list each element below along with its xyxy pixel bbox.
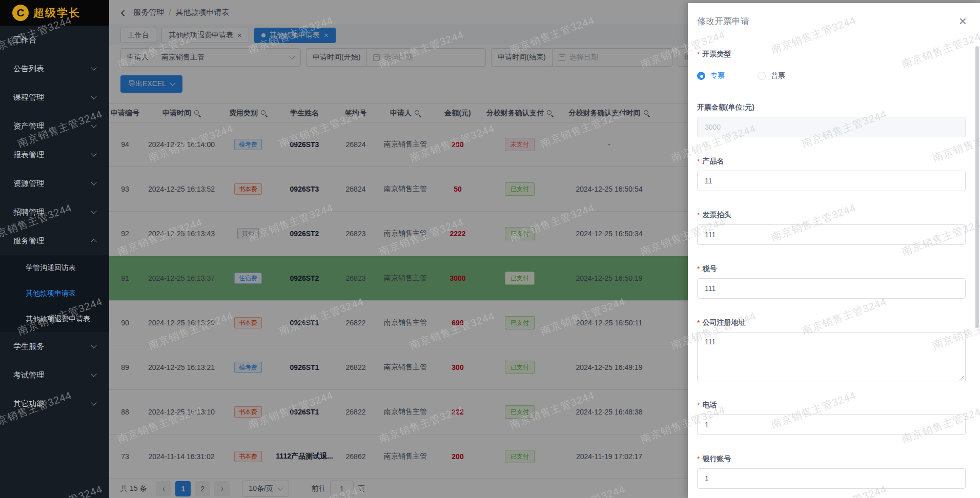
required-asterisk: * [697, 157, 700, 165]
sidebar-item[interactable]: 其它功能 [0, 389, 109, 418]
text-input[interactable]: 111 [697, 224, 966, 245]
form-field: *产品名11 [697, 157, 966, 191]
app-title: 超级学长 [33, 6, 80, 20]
required-asterisk: * [697, 265, 700, 273]
form-field: *税号111 [697, 264, 966, 299]
sidebar-item[interactable]: 其他款项退费申请表 [0, 306, 109, 332]
sidebar-item-label: 资产管理 [13, 121, 44, 131]
drawer-title: 修改开票申请 [697, 15, 749, 27]
sidebar-item[interactable]: 服务管理 [0, 226, 109, 255]
chevron-down-icon [91, 122, 96, 128]
input-value: 1 [705, 421, 709, 429]
field-label-text: 产品名 [702, 157, 724, 166]
chevron-down-icon [91, 371, 96, 377]
radio-icon [697, 72, 705, 80]
field-label-text: 开票金额(单位:元) [697, 103, 754, 112]
required-asterisk: * [697, 211, 700, 219]
field-label-text: 税号 [702, 264, 717, 274]
text-input[interactable]: 1 [697, 414, 966, 435]
text-input[interactable]: 11 [697, 171, 966, 191]
field-label-text: 银行账号 [702, 454, 731, 464]
app-root: C 超级学长 工作台公告列表课程管理资产管理报表管理资源管理招聘管理服务管理学管… [0, 0, 980, 498]
radio-option[interactable]: 普票 [758, 71, 785, 80]
sidebar-item[interactable]: 报表管理 [0, 140, 109, 169]
sidebar-item-label: 工作台 [13, 35, 36, 45]
sidebar-item-label: 招聘管理 [13, 208, 44, 217]
sidebar-item[interactable]: 其他款项申请表 [0, 281, 109, 306]
drawer-scrollbar[interactable] [975, 46, 979, 328]
required-asterisk: * [697, 401, 700, 409]
sidebar-item-label: 考试管理 [13, 370, 44, 380]
sidebar-item[interactable]: 学生服务 [0, 332, 109, 361]
required-asterisk: * [697, 50, 700, 58]
required-asterisk: * [697, 455, 700, 463]
radio-label: 专票 [710, 71, 725, 80]
form-field: *发票抬头111 [697, 211, 966, 245]
input-value: 1 [705, 474, 709, 483]
form-field: *公司注册地址111 [697, 318, 966, 382]
input-value: 111 [705, 284, 716, 293]
form-field: *银行账号1 [697, 454, 966, 489]
drawer-header: 修改开票申请 × [688, 3, 980, 27]
chevron-down-icon [91, 342, 96, 348]
sidebar-item[interactable]: 工作台 [0, 26, 109, 54]
field-label-text: 发票抬头 [702, 211, 731, 220]
sidebar: C 超级学长 工作台公告列表课程管理资产管理报表管理资源管理招聘管理服务管理学管… [0, 0, 109, 498]
field-label-text: 开票类型 [702, 50, 731, 59]
input-value: 111 [705, 231, 716, 239]
sidebar-menu: 工作台公告列表课程管理资产管理报表管理资源管理招聘管理服务管理学管沟通回访表其他… [0, 26, 109, 418]
logo-icon: C [12, 5, 29, 21]
input-value: 3000 [705, 123, 721, 131]
field-label: *银行账号 [697, 454, 966, 464]
chevron-down-icon [91, 93, 96, 99]
text-input[interactable]: 111 [697, 278, 966, 299]
text-input: 3000 [697, 117, 966, 137]
form-field: *电话1 [697, 401, 966, 435]
sidebar-item[interactable]: 考试管理 [0, 361, 109, 389]
sidebar-item-label: 资源管理 [13, 179, 44, 189]
field-label: *发票抬头 [697, 211, 966, 220]
radio-option[interactable]: 专票 [697, 71, 725, 80]
edit-invoice-drawer: 修改开票申请 × *开票类型专票普票开票金额(单位:元)3000*产品名11*发… [688, 3, 980, 498]
sidebar-item[interactable]: 学管沟通回访表 [0, 255, 109, 281]
sidebar-item-label: 其他款项退费申请表 [26, 315, 90, 324]
invoice-form: *开票类型专票普票开票金额(单位:元)3000*产品名11*发票抬头111*税号… [688, 27, 980, 489]
sidebar-item[interactable]: 招聘管理 [0, 198, 109, 226]
sidebar-item-label: 报表管理 [13, 150, 44, 160]
sidebar-item-label: 课程管理 [13, 93, 44, 102]
field-label: *公司注册地址 [697, 318, 966, 327]
sidebar-item-label: 学管沟通回访表 [26, 263, 76, 273]
sidebar-item-label: 服务管理 [13, 236, 44, 246]
chevron-down-icon [91, 208, 96, 214]
field-label-text: 电话 [702, 401, 717, 410]
sidebar-item[interactable]: 公告列表 [0, 54, 109, 83]
sidebar-item-label: 其它功能 [13, 399, 44, 409]
app-logo: C 超级学长 [0, 0, 109, 26]
form-field: 开票金额(单位:元)3000 [697, 103, 966, 137]
radio-label: 普票 [771, 71, 785, 80]
sidebar-item[interactable]: 资源管理 [0, 169, 109, 198]
field-label: 开票金额(单位:元) [697, 103, 966, 112]
sidebar-item-label: 公告列表 [13, 64, 44, 74]
form-field: *开票类型专票普票 [697, 50, 966, 80]
field-label: *电话 [697, 401, 966, 410]
sidebar-item[interactable]: 课程管理 [0, 83, 109, 112]
chevron-down-icon [91, 179, 96, 185]
sidebar-item-label: 其他款项申请表 [26, 289, 76, 298]
textarea-input[interactable]: 111 [697, 332, 966, 382]
input-value: 111 [705, 338, 716, 346]
field-label: *开票类型 [697, 50, 966, 59]
sidebar-item-label: 学生服务 [13, 342, 44, 351]
required-asterisk: * [697, 319, 700, 327]
chevron-up-icon [91, 239, 96, 244]
text-input[interactable]: 1 [697, 468, 966, 489]
sidebar-submenu: 学管沟通回访表其他款项申请表其他款项退费申请表 [0, 255, 109, 332]
chevron-down-icon [91, 65, 96, 70]
chevron-down-icon [91, 151, 96, 156]
chevron-down-icon [91, 400, 96, 405]
radio-group: 专票普票 [697, 71, 966, 80]
field-label: *税号 [697, 264, 966, 274]
close-icon[interactable]: × [959, 16, 967, 27]
input-value: 11 [705, 177, 712, 185]
sidebar-item[interactable]: 资产管理 [0, 112, 109, 140]
